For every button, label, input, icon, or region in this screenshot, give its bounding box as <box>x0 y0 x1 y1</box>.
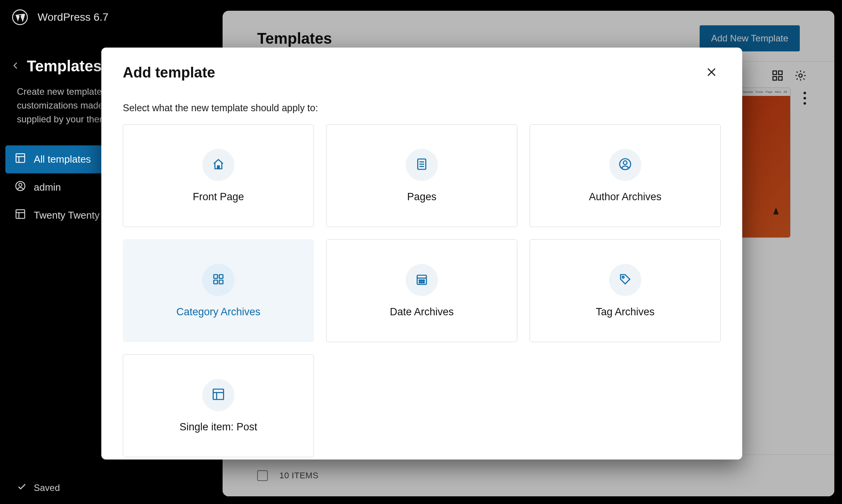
page-icon <box>415 157 429 173</box>
layout-icon <box>15 152 26 166</box>
template-option-single-post[interactable]: Single item: Post <box>123 354 314 457</box>
svg-rect-41 <box>213 389 224 399</box>
svg-rect-28 <box>214 275 218 278</box>
tag-icon <box>618 272 632 288</box>
add-template-modal: Add template Select what the new templat… <box>101 48 742 460</box>
svg-rect-3 <box>16 154 25 163</box>
template-option-pages[interactable]: Pages <box>326 124 517 227</box>
svg-point-35 <box>421 280 423 281</box>
modal-subtitle: Select what the new template should appl… <box>101 93 742 116</box>
items-count: 10 ITEMS <box>279 471 319 481</box>
back-icon[interactable] <box>12 61 20 71</box>
sidebar-title: Templates <box>27 58 102 75</box>
svg-point-16 <box>804 92 806 94</box>
modal-title: Add template <box>123 64 215 81</box>
sidebar-item-label: All templates <box>34 153 91 165</box>
template-option-label: Date Archives <box>390 306 454 318</box>
save-status: Saved <box>17 482 60 494</box>
template-option-label: Category Archives <box>176 306 260 318</box>
items-bar: 10 ITEMS <box>223 455 834 496</box>
sidebar-item-label: admin <box>34 181 61 193</box>
layout-icon <box>211 387 225 403</box>
svg-point-17 <box>804 97 806 100</box>
svg-rect-29 <box>219 275 223 278</box>
person-icon <box>15 180 26 194</box>
svg-rect-21 <box>218 166 220 169</box>
svg-rect-30 <box>214 280 218 284</box>
template-option-date-archives[interactable]: Date Archives <box>326 239 517 342</box>
svg-rect-31 <box>219 280 223 284</box>
template-option-label: Tag Archives <box>596 306 654 318</box>
check-icon <box>17 482 27 494</box>
template-option-label: Front Page <box>193 191 244 203</box>
wordpress-logo-icon <box>12 9 28 26</box>
svg-rect-11 <box>773 71 776 74</box>
svg-point-18 <box>804 102 806 105</box>
svg-point-37 <box>419 282 420 283</box>
svg-point-36 <box>423 280 424 281</box>
template-option-category-archives[interactable]: Category Archives <box>123 239 314 342</box>
svg-point-34 <box>419 280 420 281</box>
sidebar-item-label: Twenty Twenty <box>34 209 100 221</box>
template-option-label: Single item: Post <box>180 421 258 433</box>
svg-point-15 <box>799 74 802 77</box>
template-option-front-page[interactable]: Front Page <box>123 124 314 227</box>
svg-point-38 <box>421 282 423 283</box>
svg-rect-12 <box>779 71 782 74</box>
svg-point-40 <box>622 276 624 278</box>
close-icon <box>705 74 718 79</box>
svg-point-27 <box>623 161 627 165</box>
template-options-grid: Front Page Pages Author Archives Categor… <box>101 116 742 460</box>
svg-point-7 <box>19 183 22 186</box>
page-title: Templates <box>257 30 332 47</box>
calendar-icon <box>415 272 429 288</box>
save-status-label: Saved <box>34 483 60 493</box>
close-button[interactable] <box>702 63 721 82</box>
row-actions-icon[interactable] <box>803 87 807 107</box>
grid-icon <box>211 272 225 288</box>
template-option-tag-archives[interactable]: Tag Archives <box>530 239 721 342</box>
layout-icon <box>15 208 26 222</box>
site-title: WordPress 6.7 <box>38 11 109 23</box>
select-all-checkbox[interactable] <box>257 470 268 481</box>
template-option-author-archives[interactable]: Author Archives <box>530 124 721 227</box>
template-option-label: Author Archives <box>589 191 661 203</box>
template-option-label: Pages <box>407 191 437 203</box>
svg-point-0 <box>13 10 28 25</box>
svg-point-39 <box>423 282 424 283</box>
home-icon <box>211 157 225 173</box>
svg-rect-8 <box>16 210 25 219</box>
person-icon <box>618 157 632 173</box>
